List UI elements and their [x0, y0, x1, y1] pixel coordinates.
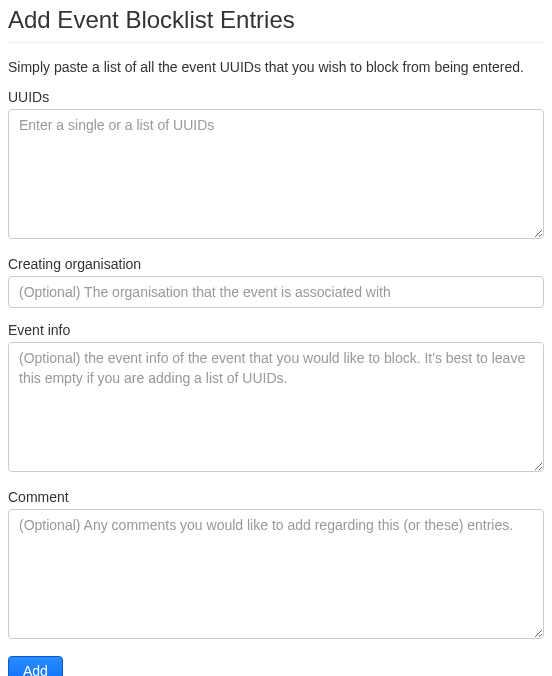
info-group: Event info [8, 322, 544, 475]
comment-group: Comment [8, 489, 544, 642]
info-textarea[interactable] [8, 342, 544, 472]
org-label: Creating organisation [8, 256, 544, 272]
uuids-textarea[interactable] [8, 109, 544, 239]
comment-textarea[interactable] [8, 509, 544, 639]
comment-label: Comment [8, 489, 544, 505]
org-group: Creating organisation [8, 256, 544, 308]
page-title: Add Event Blocklist Entries [8, 6, 544, 43]
add-button[interactable]: Add [8, 656, 63, 676]
info-label: Event info [8, 322, 544, 338]
org-input[interactable] [8, 276, 544, 308]
page-description: Simply paste a list of all the event UUI… [8, 59, 544, 75]
uuids-group: UUIDs [8, 89, 544, 242]
uuids-label: UUIDs [8, 89, 544, 105]
